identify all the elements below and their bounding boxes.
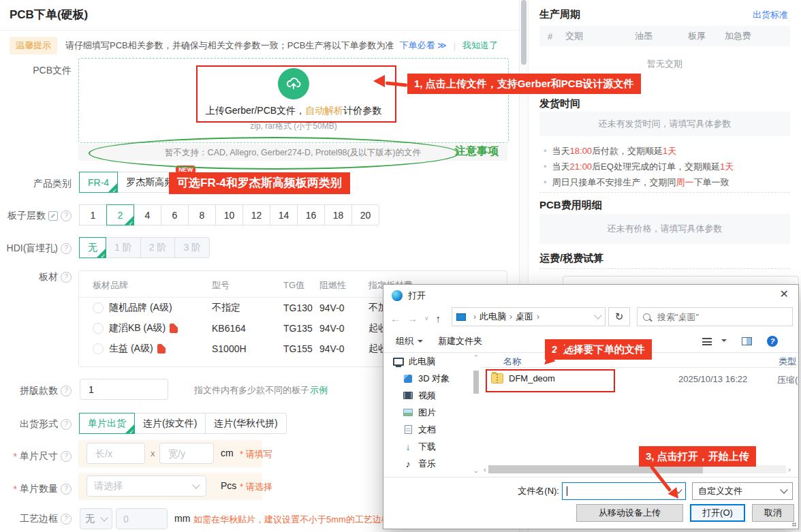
question-icon[interactable]: ? [61,272,72,283]
layer-option[interactable]: 1 [79,204,107,225]
question-icon[interactable]: ? [61,451,72,462]
dialog-titlebar[interactable]: 打开 ✕ [383,285,798,306]
sidebar-item[interactable]: 图片 [383,404,471,421]
text-caret [567,486,567,496]
column-name[interactable]: 名称 [503,356,521,368]
breadcrumb-this-pc[interactable]: 此电脑 [480,311,506,323]
hdi-option[interactable]: 2 阶 [140,237,176,258]
sidebar-item[interactable]: 文档 [383,421,471,438]
edge-unit: mm [174,513,190,524]
scroll-left-icon[interactable]: ‹ [482,465,488,473]
panel-count-input[interactable] [87,384,161,396]
open-button[interactable]: 打开(O) [690,504,745,522]
fees-title: PCB费用明细 [539,199,602,212]
got-it-link[interactable]: 我知道了 [462,40,498,52]
up-icon[interactable]: ↑ [436,313,441,324]
question-icon[interactable]: ? [61,210,72,221]
must-read-link[interactable]: 下单必看 ≫ [399,40,446,52]
size-y-input[interactable] [167,448,206,460]
sidebar-item[interactable]: 下载 [383,438,471,455]
layer-option[interactable]: 14 [270,204,298,225]
note-label: 注意事项 [455,144,499,159]
size-label: *单片尺寸? [0,450,72,463]
pc-icon [393,357,404,366]
close-icon[interactable]: ✕ [780,287,789,300]
search-input[interactable] [656,311,787,323]
layer-option[interactable]: 6 [161,204,189,225]
question-icon[interactable]: ? [61,514,72,525]
down-icon [403,442,413,452]
sidebar-scrollbar[interactable]: ⌃ ⌄ [472,354,481,474]
cancel-button[interactable]: 取消 [752,504,794,522]
upload-from-mobile-button[interactable]: 从移动设备上传 [576,504,683,522]
layer-option[interactable]: 8 [188,204,216,225]
ship-form-option[interactable]: 连片(华秋代拼) [205,413,286,434]
qty-select[interactable]: 请选择 [87,475,206,497]
breadcrumb[interactable]: › 此电脑 › 桌面 › [452,307,606,326]
new-folder-button[interactable]: 新建文件夹 [438,335,482,347]
chevron-down-icon[interactable] [721,339,727,345]
radio-icon[interactable] [93,302,104,313]
filetype-select[interactable]: 自定义文件 [692,482,793,500]
scroll-right-icon[interactable]: › [786,465,793,473]
layer-option[interactable]: 20 [351,204,379,225]
hdi-option[interactable]: 无 [79,237,106,258]
product-type-label: 产品类别 [0,178,72,190]
forward-icon[interactable]: → [407,313,418,324]
sidebar-item[interactable]: 视频 [383,387,471,404]
search-box [637,307,793,326]
sidebar-item[interactable]: 音乐 [383,455,471,472]
sidebar-item[interactable]: 此电脑 [383,353,471,370]
layer-option[interactable]: 4 [134,204,161,225]
qty-label: *单片数量? [0,483,72,495]
layer-option[interactable]: 18 [324,204,352,225]
radio-icon[interactable] [93,323,104,334]
example-link[interactable]: 示例 [310,384,328,396]
list-view-icon[interactable] [702,338,712,345]
question-icon[interactable]: ? [61,419,72,430]
help-icon[interactable]: ? [767,336,778,347]
pdf-icon[interactable] [157,344,166,354]
ship-form-label: 出货形式? [0,418,72,431]
question-icon[interactable]: ? [61,386,72,396]
scrollbar-thumb[interactable] [473,371,479,394]
file-type: 压缩( [777,374,798,386]
cube-icon [403,374,413,384]
question-icon[interactable]: ? [61,484,72,495]
column-type[interactable]: 类型 [779,356,796,368]
layers-options: 12468101214161820 [80,204,379,225]
ship-form-option[interactable]: 连片(按文件) [134,413,206,434]
layer-option[interactable]: 10 [215,204,243,225]
arrow-left-icon [373,75,385,87]
edge-select[interactable]: 无 [80,508,112,529]
divider [539,268,790,269]
pdf-icon[interactable] [170,324,178,333]
back-icon[interactable]: ← [390,313,400,324]
chevron-down-icon[interactable] [594,311,601,319]
notice-text: 请仔细填写PCB相关参数，并确保与相关文件参数一致；PCB生产将以下单参数为准 [65,40,394,52]
ship-standard-link[interactable]: 出货标准 [753,9,788,21]
hdi-option[interactable]: 1 阶 [106,237,141,258]
layer-option[interactable]: 2 [106,204,134,225]
notice-bar: 温馨提示 请仔细填写PCB相关参数，并确保与相关文件参数一致；PCB生产将以下单… [10,37,514,54]
radio-icon[interactable] [93,343,104,354]
scroll-up-icon[interactable]: ⌃ [473,354,479,361]
edit-icon[interactable] [48,211,58,221]
resize-grip[interactable] [792,522,796,527]
sidebar-item[interactable]: 3D 对象 [383,370,471,387]
product-type-option[interactable]: FR-4 [79,172,118,193]
organize-button[interactable]: 组织 [396,335,413,347]
ship-form-option[interactable]: 单片出货 [79,413,135,434]
question-icon[interactable]: ? [61,243,72,254]
history-chevron-icon[interactable]: ∨ [424,315,429,322]
page-scrollbar-thumb[interactable] [521,0,527,65]
layer-option[interactable]: 16 [297,204,325,225]
scroll-down-icon[interactable]: ⌄ [473,467,479,474]
refresh-button[interactable]: ↻ [608,307,630,326]
size-x-input[interactable] [94,448,138,460]
hdi-option[interactable]: 3 阶 [174,237,210,258]
breadcrumb-desktop[interactable]: 桌面 [516,311,533,323]
layer-option[interactable]: 12 [242,204,270,225]
edge-value-input[interactable]: 0 [116,508,168,529]
preview-pane-icon[interactable] [742,337,752,345]
